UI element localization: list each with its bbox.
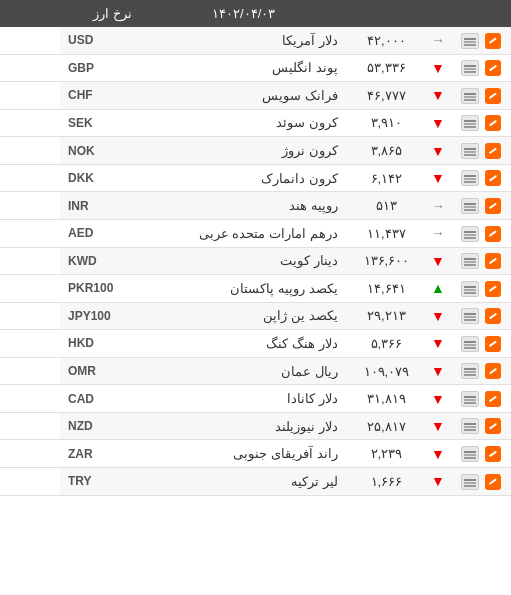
table-row: ▼ ۴۶,۷۷۷ فرانک سویس CHF <box>0 82 511 110</box>
icon-cell <box>451 357 511 385</box>
chart-icon[interactable] <box>461 418 479 434</box>
rss-icon[interactable] <box>485 446 501 462</box>
chart-icon[interactable] <box>461 253 479 269</box>
icon-cell <box>451 137 511 165</box>
icon-cell <box>451 468 511 496</box>
trend-cell: ▼ <box>425 412 451 440</box>
table-row: ▼ ۶,۱۴۲ کرون دانمارک DKK <box>0 164 511 192</box>
trend-right-icon: → <box>431 32 445 48</box>
trend-cell: ▼ <box>425 164 451 192</box>
table-row: → ۵۱۳ روپیه هند INR <box>0 192 511 220</box>
rss-icon[interactable] <box>485 143 501 159</box>
icon-cell <box>451 164 511 192</box>
chart-icon[interactable] <box>461 446 479 462</box>
currency-code: ZAR <box>60 440 140 468</box>
trend-right-icon: → <box>431 225 445 241</box>
trend-down-icon: ▼ <box>431 473 445 489</box>
table-row: ▼ ۲۹,۲۱۳ یکصد ین ژاپن JPY100 <box>0 302 511 330</box>
icon-cell <box>451 330 511 358</box>
chart-icon[interactable] <box>461 60 479 76</box>
currency-code: DKK <box>60 164 140 192</box>
rss-icon[interactable] <box>485 253 501 269</box>
rss-icon[interactable] <box>485 391 501 407</box>
rss-icon[interactable] <box>485 281 501 297</box>
currency-name: دلار هنگ کنگ <box>140 330 348 358</box>
chart-icon[interactable] <box>461 226 479 242</box>
currency-code: AED <box>60 219 140 247</box>
trend-cell: ▼ <box>425 54 451 82</box>
currency-name: فرانک سویس <box>140 82 348 110</box>
trend-down-icon: ▼ <box>431 170 445 186</box>
rss-icon[interactable] <box>485 33 501 49</box>
icon-cell <box>451 412 511 440</box>
currency-name: دلار نیوزیلند <box>140 412 348 440</box>
chart-icon[interactable] <box>461 88 479 104</box>
chart-icon[interactable] <box>461 336 479 352</box>
chart-icon[interactable] <box>461 115 479 131</box>
trend-down-icon: ▼ <box>431 418 445 434</box>
trend-cell: ▼ <box>425 330 451 358</box>
rss-icon[interactable] <box>485 418 501 434</box>
icon-cell <box>451 109 511 137</box>
currency-code: CHF <box>60 82 140 110</box>
currency-name: کرون دانمارک <box>140 164 348 192</box>
trend-cell: → <box>425 219 451 247</box>
price-value: ۱۱,۴۳۷ <box>348 219 425 247</box>
rss-icon[interactable] <box>485 88 501 104</box>
trend-cell: → <box>425 192 451 220</box>
trend-right-icon: → <box>431 198 445 214</box>
price-value: ۱۴,۶۴۱ <box>348 275 425 303</box>
chart-icon[interactable] <box>461 33 479 49</box>
price-value: ۳,۸۶۵ <box>348 137 425 165</box>
rss-icon[interactable] <box>485 474 501 490</box>
rss-icon[interactable] <box>485 308 501 324</box>
trend-cell: ▼ <box>425 302 451 330</box>
icon-cell <box>451 440 511 468</box>
currency-code: USD <box>60 27 140 54</box>
icon-cell <box>451 54 511 82</box>
currency-code: TRY <box>60 468 140 496</box>
rss-icon[interactable] <box>485 363 501 379</box>
chart-icon[interactable] <box>461 143 479 159</box>
chart-icon[interactable] <box>461 363 479 379</box>
currency-code: HKD <box>60 330 140 358</box>
price-value: ۲۵,۸۱۷ <box>348 412 425 440</box>
rss-icon[interactable] <box>485 198 501 214</box>
currency-name: یکصد روپیه پاکستان <box>140 275 348 303</box>
trend-cell: → <box>425 27 451 54</box>
price-value: ۶,۱۴۲ <box>348 164 425 192</box>
rss-icon[interactable] <box>485 226 501 242</box>
currency-name: دلار آمریکا <box>140 27 348 54</box>
price-value: ۴۶,۷۷۷ <box>348 82 425 110</box>
currency-code: SEK <box>60 109 140 137</box>
trend-down-icon: ▼ <box>431 60 445 76</box>
trend-cell: ▼ <box>425 247 451 275</box>
trend-down-icon: ▼ <box>431 363 445 379</box>
trend-down-icon: ▼ <box>431 335 445 351</box>
rss-icon[interactable] <box>485 336 501 352</box>
icon-cell <box>451 219 511 247</box>
currency-code: NOK <box>60 137 140 165</box>
rss-icon[interactable] <box>485 170 501 186</box>
price-value: ۵,۳۶۶ <box>348 330 425 358</box>
icon-cell <box>451 302 511 330</box>
chart-icon[interactable] <box>461 281 479 297</box>
trend-down-icon: ▼ <box>431 391 445 407</box>
currency-code: GBP <box>60 54 140 82</box>
chart-icon[interactable] <box>461 308 479 324</box>
price-value: ۲,۲۳۹ <box>348 440 425 468</box>
price-value: ۳,۹۱۰ <box>348 109 425 137</box>
rss-icon[interactable] <box>485 115 501 131</box>
chart-icon[interactable] <box>461 170 479 186</box>
rss-icon[interactable] <box>485 60 501 76</box>
table-row: → ۴۲,۰۰۰ دلار آمریکا USD <box>0 27 511 54</box>
header-date: ۱۴۰۲/۰۴/۰۳ <box>140 0 348 27</box>
chart-icon[interactable] <box>461 198 479 214</box>
chart-icon[interactable] <box>461 474 479 490</box>
icon-cell <box>451 275 511 303</box>
price-value: ۱۳۶,۶۰۰ <box>348 247 425 275</box>
chart-icon[interactable] <box>461 391 479 407</box>
currency-code: OMR <box>60 357 140 385</box>
trend-down-icon: ▼ <box>431 143 445 159</box>
icon-cell <box>451 247 511 275</box>
